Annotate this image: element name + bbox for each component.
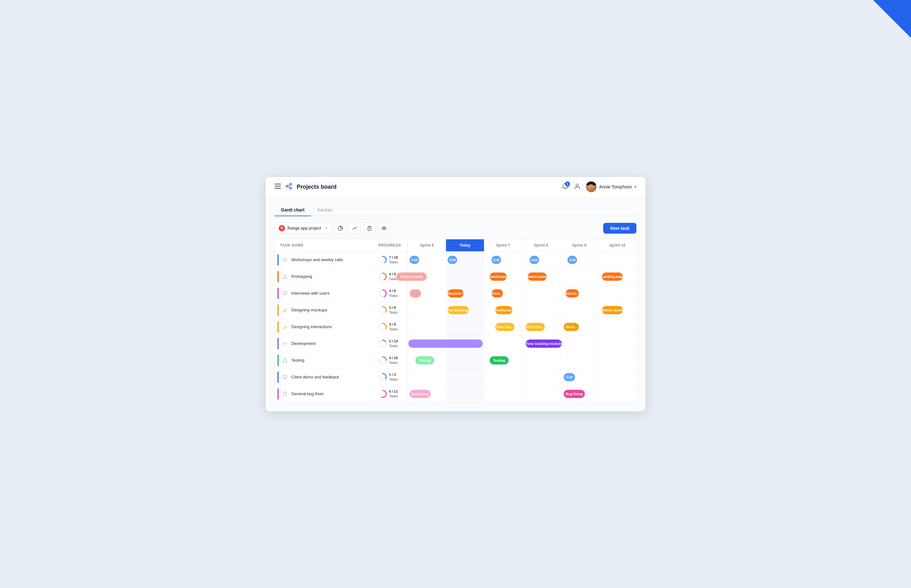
svg-line-25 <box>286 309 286 309</box>
svg-marker-19 <box>283 275 287 278</box>
tabs: Gantt chart Kanban <box>275 205 636 216</box>
toolbar: R Range.app project ▾ <box>275 223 636 234</box>
eye-button[interactable] <box>378 223 390 234</box>
project-selector[interactable]: R Range.app project ▾ <box>275 223 332 234</box>
user-name: Annie Tomphson <box>599 184 632 189</box>
sprint-header-4: Sprint 9 <box>560 239 598 251</box>
tab-gantt[interactable]: Gantt chart <box>275 205 311 216</box>
header-right: 5 Annie Tomphson ▾ <box>562 181 636 192</box>
content-area: Gantt chart Kanban R Range.app project ▾ <box>266 197 645 411</box>
task-name: Interviews with users <box>291 291 376 296</box>
col-header-task-name: Task name <box>275 239 376 251</box>
avatar <box>586 181 597 192</box>
svg-rect-35 <box>283 375 287 378</box>
tab-kanban[interactable]: Kanban <box>311 205 339 216</box>
select-chevron-icon: ▾ <box>325 226 327 230</box>
menu-icon[interactable] <box>275 184 281 190</box>
table-row: Development 2 / 14Tasks Time tracking mo… <box>275 335 636 352</box>
task-name: General bug fixes <box>291 391 376 396</box>
project-label: Range.app project <box>288 226 321 231</box>
user-profile[interactable]: Annie Tomphson ▾ <box>586 181 636 192</box>
chart-line-button[interactable] <box>349 223 361 234</box>
svg-rect-1 <box>275 186 281 186</box>
svg-point-5 <box>290 187 292 189</box>
chart-pie-button[interactable] <box>335 223 346 234</box>
table-row: Designing mockups 3 / 9Tasks Time tracki… <box>275 302 636 319</box>
svg-line-6 <box>288 185 290 186</box>
table-row: Workshops and weekly calls 7 / 18Tasks C… <box>275 252 636 268</box>
task-name: Testing <box>291 358 376 363</box>
task-name: Workshops and weekly calls <box>291 257 376 262</box>
header-left: Projects board <box>275 183 562 191</box>
clipboard-button[interactable] <box>364 223 375 234</box>
svg-rect-2 <box>275 188 281 189</box>
header: Projects board 5 <box>266 177 645 197</box>
table-row: General bug fixes 6 / 11Tasks Bug fixing… <box>275 386 636 402</box>
task-name: Designing interactions <box>291 324 376 329</box>
table-row: Testing 4 / 16Tasks TestingTesting <box>275 352 636 369</box>
gantt-header: Task name Progress Sprint 6 Today Sprint… <box>275 239 636 252</box>
task-name: Designing mockups <box>291 308 376 312</box>
new-task-button[interactable]: New task <box>603 223 636 234</box>
app-window: Projects board 5 <box>266 177 645 411</box>
svg-rect-38 <box>283 392 286 396</box>
table-row: Client demo and feedback 1 / 3Tasks Call <box>275 369 636 386</box>
sprint-header-today: Today <box>446 239 484 251</box>
gantt-left-header: Task name Progress <box>275 239 408 251</box>
sprint-header-3: Sprint 8 <box>522 239 560 251</box>
notification-badge: 5 <box>565 181 570 186</box>
table-row: Designing interactions 3 / 9Tasks Time t… <box>275 319 636 335</box>
notification-button[interactable]: 5 <box>562 183 569 191</box>
gantt-body: Workshops and weekly calls 7 / 18Tasks C… <box>275 252 636 402</box>
svg-point-3 <box>286 185 288 187</box>
svg-line-30 <box>285 342 285 345</box>
task-name: Client demo and feedback <box>291 375 376 380</box>
svg-line-7 <box>288 186 290 188</box>
col-header-progress: Progress <box>376 239 408 251</box>
page-title: Projects board <box>297 184 337 190</box>
bg-decoration <box>873 0 911 38</box>
gantt-timeline-header: Sprint 6 Today Sprint 7 Sprint 8 Sprint … <box>408 239 636 251</box>
gantt-chart: Task name Progress Sprint 6 Today Sprint… <box>275 239 636 402</box>
task-name: Development <box>291 341 376 346</box>
svg-rect-10 <box>368 227 371 231</box>
svg-point-4 <box>290 183 292 185</box>
svg-rect-0 <box>275 184 281 185</box>
sprint-header-0: Sprint 6 <box>408 239 446 251</box>
chevron-down-icon: ▾ <box>634 185 636 189</box>
svg-point-9 <box>576 184 579 186</box>
task-name: Prototyping <box>291 274 376 279</box>
table-row: Interviews with users 4 / 9Tasks Session… <box>275 285 636 302</box>
table-row: Prototyping 4 / 9Tasks cking moduleDashb… <box>275 268 636 285</box>
brand-icon <box>285 183 292 191</box>
sprint-header-5: Sprint 10 <box>598 239 636 251</box>
sprint-header-2: Sprint 7 <box>484 239 522 251</box>
project-icon: R <box>279 225 285 231</box>
svg-rect-22 <box>283 291 287 294</box>
user-icon-button[interactable] <box>574 183 581 191</box>
svg-point-15 <box>383 227 385 229</box>
